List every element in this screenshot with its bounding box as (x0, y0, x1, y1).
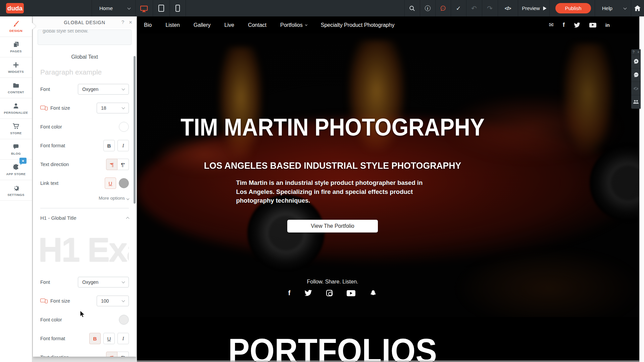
h1-font-select[interactable]: Oxygen (78, 277, 129, 288)
nav-link-bio[interactable]: Bio (144, 22, 152, 28)
code-button[interactable]: </> (498, 0, 518, 16)
h1-font-size-select[interactable]: 100 (97, 296, 129, 306)
sidebar-item-content[interactable]: CONTENT (0, 78, 32, 98)
publish-button[interactable]: Publish (555, 3, 591, 13)
h1-section-header[interactable]: H1 - Global Title (40, 215, 129, 221)
duda-editor: Bio Listen Gallery Live Contact Portfoli… (0, 0, 644, 362)
font-color-swatch[interactable] (119, 122, 129, 132)
app-store-star-badge: ★ (19, 158, 27, 164)
help-dropdown[interactable]: Help (597, 0, 631, 16)
youtube-icon[interactable] (347, 289, 355, 297)
direction-rtl-button[interactable]: ¶▸ (117, 352, 129, 357)
panel-title: GLOBAL DESIGN (33, 20, 136, 25)
twitter-icon[interactable] (304, 289, 312, 297)
comments-button[interactable] (631, 68, 641, 82)
italic-button[interactable]: I (117, 140, 129, 151)
underline-button[interactable]: U (103, 333, 115, 344)
nav-link-listen[interactable]: Listen (165, 22, 180, 28)
facebook-icon[interactable]: f (563, 21, 565, 29)
duda-logo[interactable]: duda (6, 3, 24, 13)
mobile-view-button[interactable] (169, 0, 186, 16)
chevron-down-icon (122, 280, 125, 283)
cart-icon (12, 123, 20, 130)
page-selector-dropdown[interactable]: Home (95, 0, 135, 16)
font-select[interactable]: Oxygen (78, 84, 129, 95)
panel-scrollbar[interactable] (134, 56, 136, 204)
direction-ltr-button[interactable]: ◂¶ (106, 352, 117, 357)
nav-link-contact[interactable]: Contact (248, 22, 266, 28)
link-text-controls: U (105, 177, 129, 189)
divider (595, 0, 595, 16)
search-button[interactable] (404, 0, 420, 16)
undo-button[interactable]: ↶ (466, 0, 482, 16)
h1-text-direction-row: Text direction ◂¶ ¶▸ (40, 352, 129, 357)
nav-link-specialty[interactable]: Specialty Product Photography (321, 22, 395, 28)
dashboard-home-button[interactable] (631, 0, 644, 16)
home-icon (634, 5, 641, 11)
direction-rtl-button[interactable]: ¶▸ (117, 159, 129, 170)
add-comment-button[interactable] (631, 55, 641, 68)
collaborators-button[interactable] (631, 95, 641, 109)
linkedin-icon[interactable]: in (605, 22, 610, 28)
tablet-view-button[interactable] (153, 0, 169, 16)
save-check-button[interactable]: ✓ (451, 0, 466, 16)
instagram-glyph (326, 290, 333, 296)
link-color-swatch[interactable] (119, 178, 129, 188)
sidebar-item-widgets[interactable]: WIDGETS (0, 57, 32, 78)
view-portfolio-button[interactable]: View The Portfolio (287, 220, 378, 232)
preview-button[interactable]: Preview (519, 0, 549, 16)
nav-link-live[interactable]: Live (225, 22, 234, 28)
sidebar-item-store[interactable]: STORE (0, 119, 32, 139)
h1-font-color-row: Font color (40, 314, 129, 325)
italic-button[interactable]: I (117, 333, 129, 344)
sidebar-item-label: STORE (10, 131, 22, 135)
feedback-button[interactable] (435, 0, 451, 16)
nav-link-portfolios[interactable]: Portfolios (280, 22, 307, 28)
code-icon: </> (505, 5, 511, 11)
sidebar-item-app-store[interactable]: ★ APP STORE (0, 160, 32, 180)
hide-button[interactable] (631, 82, 641, 95)
hero-title[interactable]: TIM MARTIN PHOTOGRAPHY (56, 113, 608, 141)
nav-link-portfolios-label: Portfolios (280, 22, 303, 28)
snapchat-icon[interactable] (369, 289, 377, 297)
nav-link-gallery[interactable]: Gallery (194, 22, 211, 28)
bold-button[interactable]: B (103, 140, 115, 151)
close-icon[interactable]: × (129, 19, 132, 26)
close-icon[interactable]: × (637, 50, 639, 54)
bold-button[interactable]: B (89, 333, 101, 344)
facebook-icon[interactable]: f (288, 289, 291, 297)
global-text-heading: Global Text (40, 54, 129, 60)
twitter-icon[interactable] (574, 22, 580, 28)
youtube-glyph (589, 23, 596, 28)
more-options-link[interactable]: More options (40, 196, 129, 201)
help-icon[interactable]: ? (121, 19, 124, 25)
direction-ltr-button[interactable]: ◂¶ (106, 159, 117, 170)
panel-body: global style set below. Global Text Para… (33, 30, 136, 357)
email-icon[interactable]: ✉ (549, 21, 553, 29)
font-select-value: Oxygen (82, 87, 98, 92)
right-toolbar-header: ? × (631, 49, 641, 55)
sidebar-item-personalize[interactable]: PERSONALIZE (0, 98, 32, 119)
chevron-down-icon (305, 23, 307, 25)
youtube-icon[interactable] (589, 23, 596, 28)
help-icon[interactable]: ? (633, 50, 635, 54)
chevron-up-icon (126, 217, 130, 220)
sidebar-item-pages[interactable]: PAGES (0, 37, 32, 57)
sidebar-item-settings[interactable]: SETTINGS (0, 180, 32, 201)
h1-font-color-swatch[interactable] (119, 315, 129, 325)
responsive-devices-icon (40, 298, 48, 304)
redo-button[interactable]: ↷ (482, 0, 498, 16)
font-size-label-text: Font size (50, 105, 70, 111)
sidebar-item-design[interactable]: DESIGN (0, 16, 32, 37)
instagram-icon[interactable] (326, 289, 333, 297)
chevron-down-icon (624, 6, 627, 9)
info-button[interactable]: i (420, 0, 435, 16)
sidebar-item-blog[interactable]: BLOG (0, 139, 32, 160)
desktop-view-button[interactable] (135, 0, 153, 16)
font-size-select[interactable]: 18 (97, 103, 129, 113)
link-underline-button[interactable]: U (105, 177, 116, 189)
font-size-label-text: Font size (50, 298, 70, 304)
font-color-label: Font color (40, 124, 62, 130)
divider (518, 0, 518, 16)
hero-description[interactable]: Tim Martin is an industrial style produc… (236, 178, 429, 205)
